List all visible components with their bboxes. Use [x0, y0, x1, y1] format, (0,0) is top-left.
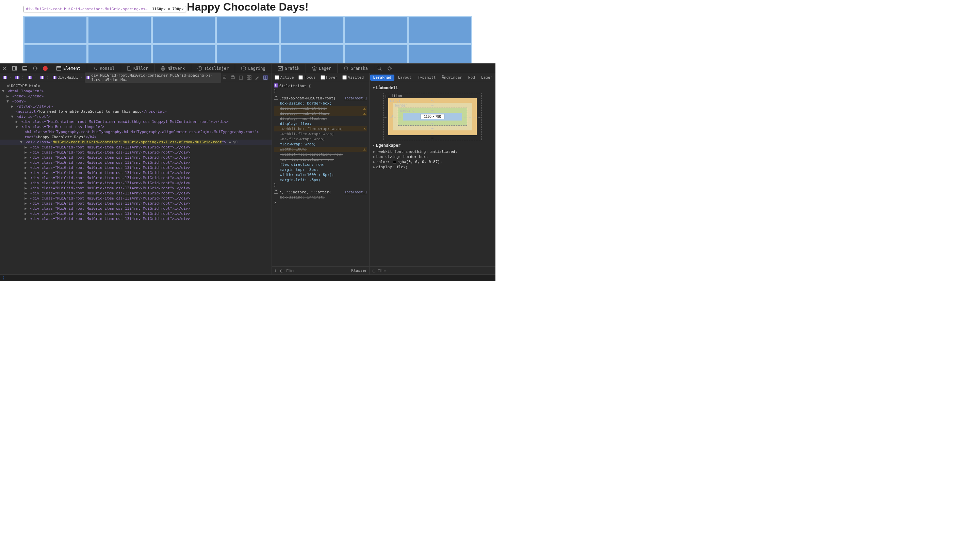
- grid: [24, 17, 471, 63]
- styles-footer: + Klasser: [272, 266, 369, 275]
- device-icon[interactable]: [238, 75, 243, 80]
- tab-grafik[interactable]: Grafik: [272, 64, 306, 73]
- rtab-beraknad[interactable]: Beräknad: [370, 74, 394, 81]
- crumb-e[interactable]: E: [14, 75, 21, 80]
- computed-filter-input[interactable]: [378, 268, 493, 273]
- rtab-layout[interactable]: Layout: [395, 73, 415, 82]
- svg-point-11: [242, 67, 246, 68]
- svg-rect-23: [250, 78, 251, 80]
- grid-item: [409, 17, 471, 43]
- close-icon[interactable]: [0, 64, 10, 73]
- gear-icon[interactable]: [385, 64, 395, 73]
- svg-rect-22: [247, 78, 249, 80]
- tab-natverk[interactable]: Nätverk: [155, 64, 191, 73]
- search-icon[interactable]: [374, 64, 385, 73]
- filter-icon[interactable]: [279, 268, 284, 273]
- grid-item: [281, 45, 343, 63]
- styles-panel: Active Focus Hover Visited EStilattribut…: [272, 73, 369, 275]
- svg-rect-1: [15, 66, 17, 70]
- error-badge[interactable]: [40, 64, 50, 73]
- classes-button[interactable]: Klasser: [351, 268, 367, 273]
- console-prompt-icon: 〉: [3, 275, 6, 281]
- svg-rect-17: [231, 77, 234, 79]
- computed-panel: Beräknad Layout Typsnitt Ändringar Nod L…: [369, 73, 495, 275]
- grid-container-highlight: [23, 16, 472, 63]
- rtab-nod[interactable]: Nod: [465, 73, 478, 82]
- dom-tree[interactable]: <!DOCTYPE html> ▼ <html lang="en"> ▶ <he…: [0, 82, 272, 275]
- state-active[interactable]: Active: [275, 75, 294, 80]
- breadcrumb: E〉 E〉 E〉 E〉 Ediv.MuiB…〉 Ediv.MuiGrid-roo…: [0, 73, 272, 82]
- devtools-tabbar: Element Konsol Källor Nätverk Tidslinjer…: [0, 64, 495, 73]
- grid-item: [217, 17, 279, 43]
- grid-item: [281, 17, 343, 43]
- box-model-header[interactable]: ▼Lådmodell: [373, 86, 492, 90]
- box-model[interactable]: position – – – – margin -8 – -8 – bord: [383, 93, 482, 140]
- tab-lagring[interactable]: Lagring: [235, 64, 272, 73]
- grid-item: [153, 45, 215, 63]
- dock-side-icon[interactable]: [10, 64, 20, 73]
- rtab-andringar[interactable]: Ändringar: [438, 73, 465, 82]
- svg-rect-20: [247, 76, 249, 77]
- svg-line-15: [380, 69, 382, 71]
- add-rule-icon[interactable]: +: [274, 268, 277, 273]
- target-icon[interactable]: [30, 64, 40, 73]
- pseudo-states: Active Focus Hover Visited: [272, 73, 369, 82]
- details-toggle-icon[interactable]: [263, 75, 268, 80]
- grid-icon[interactable]: [247, 75, 252, 80]
- tab-granska[interactable]: Granska: [338, 64, 374, 73]
- grid-item: [153, 17, 215, 43]
- svg-rect-5: [57, 66, 61, 70]
- grid-item: [89, 17, 150, 43]
- tab-kallor[interactable]: Källor: [121, 64, 155, 73]
- properties-header[interactable]: ▼Egenskaper: [373, 143, 492, 148]
- tab-element[interactable]: Element: [50, 64, 87, 73]
- styles-filter-input[interactable]: [286, 268, 348, 273]
- elements-panel: E〉 E〉 E〉 E〉 Ediv.MuiB…〉 Ediv.MuiGrid-roo…: [0, 73, 272, 275]
- svg-rect-19: [239, 76, 243, 79]
- tab-tidslinjer[interactable]: Tidslinjer: [191, 64, 235, 73]
- console-drawer[interactable]: 〉: [0, 275, 495, 281]
- svg-rect-21: [250, 76, 251, 77]
- rtab-typsnitt[interactable]: Typsnitt: [414, 73, 438, 82]
- svg-point-26: [280, 270, 283, 272]
- grid-item: [24, 17, 86, 43]
- right-tabs: Beräknad Layout Typsnitt Ändringar Nod L…: [369, 73, 495, 82]
- grid-item: [217, 45, 279, 63]
- grid-item: [345, 17, 407, 43]
- crumb-node[interactable]: Ediv.MuiB…: [51, 74, 80, 80]
- dock-bottom-icon[interactable]: [20, 64, 30, 73]
- svg-point-16: [389, 68, 390, 69]
- grid-item: [345, 45, 407, 63]
- page-viewport: Happy Chocolate Days! div.MuiGrid-root.M…: [0, 0, 495, 63]
- inspect-tooltip: div.MuiGrid-root.MuiGrid-container.MuiGr…: [24, 6, 186, 12]
- svg-point-27: [372, 270, 376, 272]
- state-hover[interactable]: Hover: [321, 75, 338, 80]
- rtab-lager[interactable]: Lager: [478, 73, 495, 82]
- crumb-e[interactable]: E: [39, 75, 45, 80]
- svg-rect-24: [264, 76, 267, 79]
- styles-list[interactable]: EStilattribut { } {}.css-a5rdam-MuiGrid-…: [272, 82, 369, 266]
- crumb-e[interactable]: E: [26, 75, 33, 80]
- paint-icon[interactable]: [255, 75, 260, 80]
- tab-lager[interactable]: Lager: [306, 64, 338, 73]
- svg-point-14: [378, 67, 380, 70]
- print-icon[interactable]: [230, 75, 235, 80]
- grid-item: [24, 45, 86, 63]
- crumb-node-selected[interactable]: Ediv.MuiGrid-root.MuiGrid-container.MuiG…: [85, 73, 221, 83]
- svg-point-4: [33, 67, 37, 70]
- color-swatch[interactable]: [393, 161, 396, 164]
- filter-icon[interactable]: [372, 268, 376, 273]
- box-content-size[interactable]: [421, 114, 445, 119]
- state-visited[interactable]: Visited: [342, 75, 364, 80]
- devtools: Element Konsol Källor Nätverk Tidslinjer…: [0, 63, 495, 281]
- crumb-e[interactable]: E: [2, 75, 8, 80]
- svg-rect-3: [23, 69, 27, 71]
- state-focus[interactable]: Focus: [298, 75, 316, 80]
- svg-rect-12: [278, 66, 282, 70]
- grid-item: [89, 45, 150, 63]
- computed-properties[interactable]: ▶-webkit-font-smoothing: antialiased; ▶b…: [373, 149, 492, 170]
- svg-rect-18: [232, 76, 234, 77]
- computed-footer: [369, 266, 495, 275]
- format-icon[interactable]: [222, 75, 227, 80]
- tab-konsol[interactable]: Konsol: [87, 64, 121, 73]
